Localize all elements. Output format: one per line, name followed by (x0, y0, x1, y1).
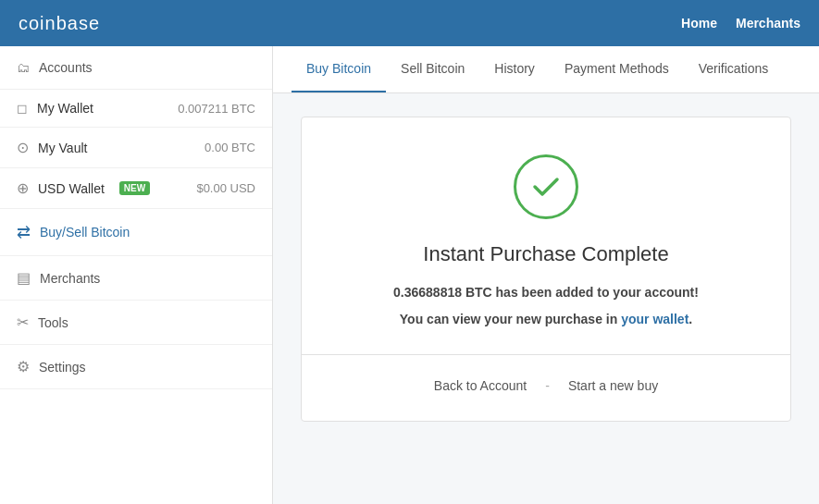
actions-separator: - (545, 378, 550, 393)
tab-verifications[interactable]: Verifications (684, 46, 783, 92)
merchants-icon (17, 269, 31, 287)
success-sub-before: You can view your new purchase in (400, 312, 621, 326)
my-vault-amount: 0.00 BTC (205, 141, 255, 154)
usd-wallet-amount: $0.00 USD (196, 181, 255, 195)
tab-history[interactable]: History (479, 46, 550, 92)
sidebar-item-tools[interactable]: Tools (0, 301, 272, 345)
nav-merchants[interactable]: Merchants (736, 16, 800, 31)
sidebar-item-merchants[interactable]: Merchants (0, 256, 272, 301)
card-actions: Back to Account - Start a new buy (320, 374, 772, 393)
my-vault-icon (17, 139, 29, 156)
wallet-item-my-vault[interactable]: My Vault 0.00 BTC (0, 128, 272, 168)
main-content: Buy Bitcoin Sell Bitcoin History Payment… (273, 46, 819, 504)
tab-payment-methods[interactable]: Payment Methods (550, 46, 684, 92)
sidebar-item-settings[interactable]: Settings (0, 345, 272, 389)
wallet-item-my-wallet[interactable]: My Wallet 0.007211 BTC (0, 90, 272, 128)
merchants-label: Merchants (40, 271, 100, 286)
success-sub-after: . (689, 312, 692, 326)
new-badge: NEW (119, 181, 150, 195)
nav-home[interactable]: Home (681, 16, 717, 31)
tools-icon (17, 313, 29, 331)
logo: coinbase (19, 13, 100, 34)
accounts-icon (17, 59, 30, 76)
tab-content: Instant Purchase Complete 0.36688818 BTC… (273, 93, 819, 445)
success-description: 0.36688818 BTC has been added to your ac… (320, 283, 772, 302)
tab-sell-bitcoin[interactable]: Sell Bitcoin (386, 46, 479, 92)
header-nav: Home Merchants (681, 16, 800, 31)
usd-wallet-icon (17, 179, 29, 197)
checkmark-icon (529, 170, 563, 203)
main-layout: Accounts My Wallet 0.007211 BTC My Vault… (0, 46, 819, 504)
app-header: coinbase Home Merchants (0, 0, 819, 46)
success-icon (514, 154, 578, 219)
success-sub-text: You can view your new purchase in your w… (320, 312, 772, 326)
tabs-nav: Buy Bitcoin Sell Bitcoin History Payment… (273, 46, 819, 93)
your-wallet-link[interactable]: your wallet (621, 312, 689, 326)
success-title: Instant Purchase Complete (320, 242, 772, 266)
accounts-section: Accounts (0, 46, 272, 90)
my-wallet-label: My Wallet (37, 101, 93, 116)
tools-label: Tools (38, 315, 68, 330)
my-wallet-icon (17, 101, 28, 116)
my-vault-label: My Vault (38, 141, 87, 155)
back-to-account-link[interactable]: Back to Account (434, 378, 527, 393)
tab-buy-bitcoin[interactable]: Buy Bitcoin (292, 46, 386, 92)
my-wallet-amount: 0.007211 BTC (178, 102, 255, 116)
wallet-item-usd-wallet[interactable]: USD Wallet NEW $0.00 USD (0, 168, 272, 209)
accounts-label: Accounts (39, 60, 93, 75)
buy-sell-label: Buy/Sell Bitcoin (40, 225, 130, 240)
sidebar-item-buy-sell-bitcoin[interactable]: Buy/Sell Bitcoin (0, 209, 272, 256)
settings-label: Settings (39, 360, 86, 375)
success-card: Instant Purchase Complete 0.36688818 BTC… (301, 117, 791, 422)
settings-icon (17, 358, 30, 375)
exchange-icon (17, 222, 31, 242)
card-divider (302, 354, 790, 355)
usd-wallet-label: USD Wallet (38, 181, 105, 196)
sidebar: Accounts My Wallet 0.007211 BTC My Vault… (0, 46, 273, 504)
start-new-buy-link[interactable]: Start a new buy (568, 378, 658, 393)
